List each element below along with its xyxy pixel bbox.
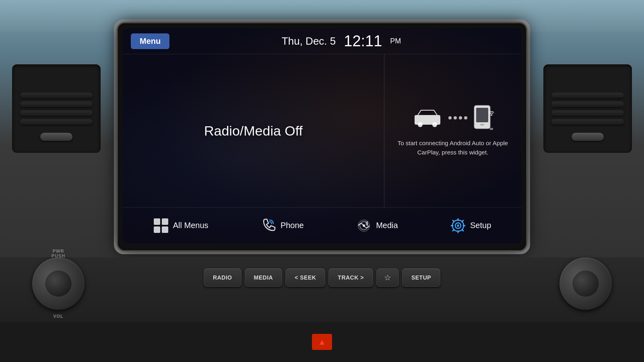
vent-slat — [551, 110, 624, 116]
svg-rect-10 — [162, 218, 168, 225]
svg-rect-8 — [490, 128, 493, 130]
svg-point-15 — [363, 224, 365, 227]
volume-knob-container: PWR PUSH VOL — [32, 257, 85, 310]
all-menus-button[interactable]: All Menus — [147, 214, 215, 237]
dot — [454, 116, 457, 119]
phone-tablet-icon — [472, 105, 494, 131]
svg-rect-9 — [154, 218, 160, 225]
svg-point-7 — [491, 114, 492, 116]
svg-rect-12 — [162, 226, 168, 233]
date-display: Thu, Dec. 5 — [282, 35, 336, 47]
tune-knob[interactable] — [559, 257, 612, 310]
infotainment-screen: Menu Thu, Dec. 5 12:11 PM Radio/Media Of… — [123, 28, 521, 243]
vent-handle[interactable] — [572, 133, 604, 141]
seek-physical-button[interactable]: < SEEK — [285, 268, 325, 287]
vent-slat — [20, 93, 93, 98]
vent-slat — [20, 110, 93, 116]
bottom-navigation: All Menus Phone Media — [123, 207, 521, 243]
phone-icon — [260, 218, 277, 234]
vent-handle[interactable] — [40, 133, 72, 141]
all-menus-icon — [153, 218, 169, 234]
svg-rect-3 — [423, 111, 432, 115]
svg-point-2 — [432, 122, 437, 127]
volume-knob[interactable] — [32, 257, 85, 310]
vent-slat — [20, 101, 93, 107]
connect-icons — [411, 105, 494, 131]
menu-button[interactable]: Menu — [131, 33, 169, 49]
main-content-area: Radio/Media Off — [123, 54, 521, 207]
media-label: Media — [376, 221, 398, 230]
svg-rect-11 — [154, 226, 160, 233]
carplay-description: To start connecting Android Auto or Appl… — [392, 139, 513, 157]
svg-line-24 — [462, 230, 463, 231]
media-button[interactable]: Media — [349, 214, 404, 237]
connection-dots — [448, 116, 467, 119]
dot — [459, 116, 462, 119]
pwr-push-label: PWR PUSH — [52, 249, 66, 258]
tune-knob-container: ENTER TUNE FILE — [559, 257, 612, 310]
vent-slat — [20, 119, 93, 125]
setup-physical-button[interactable]: SETUP — [402, 268, 440, 287]
phone-label: Phone — [281, 221, 304, 230]
left-vent — [12, 64, 101, 153]
vent-slat — [551, 119, 624, 125]
setup-button[interactable]: Setup — [444, 214, 497, 237]
media-physical-button[interactable]: MEDIA — [245, 268, 283, 287]
svg-point-1 — [418, 122, 423, 127]
phone-button[interactable]: Phone — [254, 214, 310, 237]
hazard-button[interactable]: ▲ — [312, 334, 332, 350]
svg-line-23 — [453, 220, 454, 222]
media-icon — [356, 218, 372, 234]
setup-icon — [450, 218, 466, 234]
time-display: 12:11 — [344, 33, 382, 50]
car-icon — [411, 108, 444, 128]
all-menus-label: All Menus — [173, 221, 208, 230]
physical-buttons-row: RADIO MEDIA < SEEK TRACK > ☆ SETUP — [113, 261, 531, 294]
svg-rect-5 — [476, 108, 488, 122]
svg-point-18 — [457, 224, 459, 227]
screen-header: Menu Thu, Dec. 5 12:11 PM — [123, 28, 521, 54]
favorite-physical-button[interactable]: ☆ — [376, 268, 399, 287]
ampm-display: PM — [390, 37, 401, 45]
radio-media-status: Radio/Media Off — [204, 123, 303, 139]
svg-rect-6 — [480, 124, 484, 125]
svg-line-25 — [462, 220, 463, 222]
dot — [448, 116, 452, 119]
radio-physical-button[interactable]: RADIO — [204, 268, 242, 287]
setup-label: Setup — [470, 221, 491, 230]
vol-label: VOL — [53, 314, 64, 319]
dot — [464, 116, 467, 119]
bottom-trim: ▲ PASSENGER AIR BAG — [0, 322, 644, 362]
right-vent — [543, 64, 632, 153]
vent-slat — [551, 101, 624, 107]
carplay-widget[interactable]: To start connecting Android Auto or Appl… — [384, 54, 521, 207]
datetime-display: Thu, Dec. 5 12:11 PM — [169, 33, 513, 50]
vent-slat — [551, 93, 624, 98]
svg-line-26 — [453, 230, 454, 231]
media-status-panel: Radio/Media Off — [123, 54, 384, 207]
track-physical-button[interactable]: TRACK > — [328, 268, 373, 287]
